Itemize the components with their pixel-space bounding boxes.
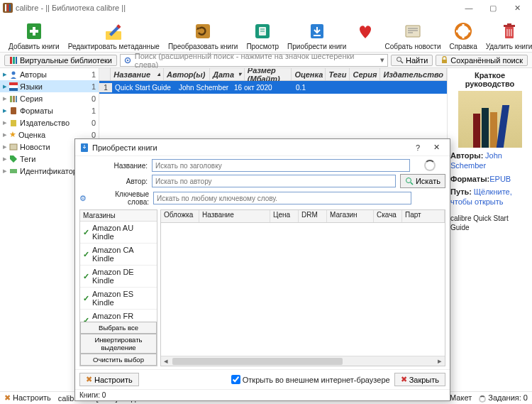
select-all-button[interactable]: Выбрать все [80,322,157,334]
edit-metadata-button[interactable]: Редактировать метаданные [68,21,160,50]
rcol-price[interactable]: Цена [270,210,299,222]
name-input[interactable] [152,159,410,172]
keywords-label: Ключевые слова: [92,190,149,206]
svg-line-49 [411,182,413,185]
configure-link[interactable]: ✖ Настроить [4,393,51,403]
gear-icon[interactable]: ⚙ [79,194,88,203]
window-title: calibre - || Библиотека calibre || [16,4,126,12]
fetch-news-label: Собрать новости [384,43,440,50]
col-author[interactable]: Автор(ы) [164,68,210,80]
svg-rect-42 [16,96,17,102]
svg-rect-2 [7,4,9,11]
dialog-help-button[interactable]: ? [409,141,427,155]
keywords-input[interactable] [153,192,411,204]
dialog-close-button[interactable]: ✕ [427,141,445,155]
col-publisher[interactable]: Издательство [380,68,447,80]
col-tags[interactable]: Теги [326,68,350,80]
stores-list[interactable]: ✓Amazon AU Kindle✓Amazon CA Kindle✓Amazo… [80,222,157,322]
col-date[interactable]: Дата▾ [210,68,245,80]
book-cover[interactable] [458,91,522,148]
person-icon [9,70,18,79]
col-title[interactable]: Название▴ [111,68,164,80]
get-books-icon [306,21,328,42]
cell-num: 1 [99,83,112,92]
convert-books-button[interactable]: Преобразовать книги [168,21,238,50]
rcol-title[interactable]: Название [199,210,270,222]
virtual-libraries-button[interactable]: Виртуальные библиотеки [4,55,117,66]
store-row[interactable]: ✓Amazon DE Kindle [80,266,157,288]
view-button[interactable]: Просмотр [246,21,279,50]
invert-selection-button[interactable]: Инвертировать выделение [80,334,157,354]
sidebar-item-languages[interactable]: ▸Языки1 [0,80,99,92]
store-row[interactable]: ✓Amazon AU Kindle [80,222,157,244]
find-button[interactable]: Найти [391,55,433,66]
store-name: Amazon DE Kindle [92,268,154,285]
remove-books-button[interactable]: Удалить книги [486,21,532,50]
search-input[interactable]: Поиск (расширенный поиск - нажмите на зн… [120,54,388,67]
close-dialog-button[interactable]: ✖Закрыть [394,373,445,386]
jobs-button[interactable]: Задания: 0 [479,393,528,402]
add-books-button[interactable]: Добавить книги [9,21,60,50]
search-button[interactable]: Искать [400,174,445,188]
svg-rect-6 [30,30,38,33]
col-series[interactable]: Серия [350,68,380,80]
svg-rect-44 [11,120,16,126]
minimize-button[interactable]: — [457,0,481,16]
news-icon [9,143,18,151]
author-input[interactable] [152,175,396,187]
rcol-store[interactable]: Магазин [327,210,374,222]
fetch-news-button[interactable]: Собрать новости [384,21,440,50]
jobs-spinner-icon [479,395,486,403]
cell-title: Quick Start Guide [112,83,176,92]
gear-icon [123,56,132,65]
wrench-icon: ✖ [86,375,92,384]
find-label: Найти [406,56,428,65]
chevron-down-icon[interactable]: ▾ [380,55,384,65]
col-rating[interactable]: Оценка [292,68,326,80]
clear-selection-button[interactable]: Очистить выбор [80,354,157,366]
stores-header: Магазины [80,210,157,222]
svg-rect-45 [10,144,17,150]
sidebar-item-publisher[interactable]: ▸Издательство0 [0,116,99,129]
store-row[interactable]: ✓Amazon FR Kindle [80,310,157,322]
heart-button[interactable] [355,21,376,50]
col-size[interactable]: Размер (Мбайт) [245,68,292,80]
store-row[interactable]: ✓Amazon CA Kindle [80,244,157,266]
book-list-header: Название▴ Автор(ы) Дата▾ Размер (Мбайт) … [99,68,447,81]
rcol-download[interactable]: Скача [374,210,402,222]
svg-rect-1 [5,4,6,11]
main-toolbar: Добавить книги Редактировать метаданные … [0,16,532,53]
detail-title2: руководство [465,80,515,88]
star-icon: ★ [9,130,16,139]
rcol-affiliate[interactable]: Парт [402,210,445,222]
sidebar-item-formats[interactable]: ▸Форматы1 [0,104,99,116]
flag-icon [9,82,18,91]
svg-rect-28 [10,57,12,64]
rcol-cover[interactable]: Обложка [161,210,199,222]
svg-rect-9 [196,24,210,38]
convert-books-label: Преобразовать книги [168,43,238,50]
col-num[interactable] [99,68,111,80]
book-row[interactable]: 1 Quick Start Guide John Schember 16 окт… [99,81,447,94]
close-button[interactable]: ✕ [505,0,529,16]
remove-books-icon [499,21,520,42]
saved-search-button[interactable]: Сохранённый поиск [436,55,528,66]
add-books-label: Добавить книги [9,43,60,50]
sidebar-item-authors[interactable]: ▸Авторы1 [0,68,99,80]
sidebar-item-series[interactable]: ▸Серия0 [0,92,99,104]
configure-button[interactable]: ✖Настроить [79,373,139,386]
get-books-dialog: Приобрести книги ? ✕ Название: Автор: Ис… [74,138,450,401]
rcol-drm[interactable]: DRM [299,210,327,222]
svg-rect-37 [9,82,18,85]
help-button[interactable]: Справка [449,21,477,50]
svg-point-36 [12,71,16,75]
close-icon: ✖ [401,375,407,384]
store-row[interactable]: ✓Amazon ES Kindle [80,288,157,310]
open-external-checkbox[interactable]: Открыть во внешнем интернет-браузере [231,375,390,384]
results-hscrollbar[interactable]: ◂▸ [161,356,445,366]
maximize-button[interactable]: ▢ [481,0,505,16]
search-placeholder: Поиск (расширенный поиск - нажмите на зн… [135,52,375,69]
get-books-button[interactable]: Приобрести книги [287,21,346,50]
svg-rect-30 [16,57,17,64]
results-header: Обложка Название Цена DRM Магазин Скача … [161,210,445,223]
